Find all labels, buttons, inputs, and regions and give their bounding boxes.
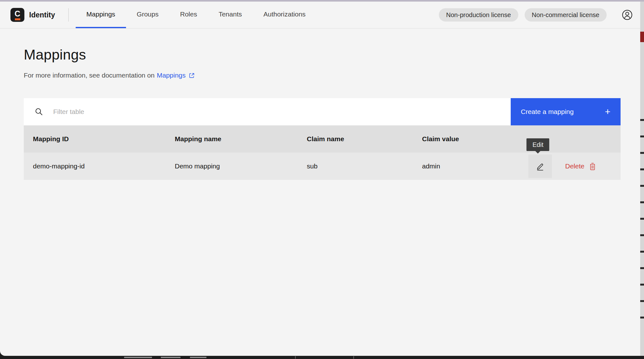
column-header-mapping-name: Mapping name	[166, 135, 298, 143]
background-bottom-mark	[124, 357, 152, 358]
background-bottom-mark	[161, 357, 180, 358]
mappings-table: Mapping ID Mapping name Claim name Claim…	[24, 125, 621, 180]
user-avatar-button[interactable]	[621, 9, 633, 21]
product-name: Identity	[29, 11, 55, 19]
column-header-claim-name: Claim name	[298, 135, 413, 143]
create-mapping-button-label: Create a mapping	[521, 108, 574, 116]
tab-mappings[interactable]: Mappings	[76, 2, 126, 28]
tab-authorizations[interactable]: Authorizations	[253, 2, 316, 28]
main-nav: Mappings Groups Roles Tenants Authorizat…	[76, 2, 316, 28]
delete-mapping-button[interactable]: Delete	[565, 162, 596, 170]
table-toolbar: Create a mapping +	[24, 98, 621, 125]
trash-icon	[589, 162, 596, 170]
column-header-mapping-id: Mapping ID	[24, 135, 166, 143]
license-badge-non-commercial: Non-commercial license	[525, 8, 607, 22]
background-bottom-sliver	[0, 356, 644, 359]
user-avatar-icon	[621, 9, 633, 21]
page-content: Mappings For more information, see docum…	[0, 47, 640, 180]
background-right-dashes	[640, 104, 644, 331]
background-bottom-mark	[295, 356, 296, 359]
tab-label: Mappings	[86, 10, 115, 18]
brand: C Identity	[0, 2, 55, 28]
filter-table-input[interactable]	[53, 98, 511, 125]
app-window: C Identity Mappings Groups Roles Tenants	[0, 2, 640, 356]
tab-label: Tenants	[218, 10, 242, 18]
documentation-link-label: Mappings	[157, 72, 186, 79]
page-title: Mappings	[24, 47, 640, 63]
background-right-sliver	[640, 2, 644, 356]
tab-label: Authorizations	[263, 10, 306, 18]
cell-mapping-id: demo-mapping-id	[24, 162, 166, 170]
edit-tooltip-label: Edit	[533, 141, 543, 148]
table-row: demo-mapping-id Demo mapping sub admin	[24, 153, 621, 180]
cell-mapping-name: Demo mapping	[166, 162, 298, 170]
camunda-logo-icon: C	[10, 8, 24, 22]
logo-orange-bar	[15, 18, 20, 20]
create-mapping-button[interactable]: Create a mapping +	[511, 98, 621, 125]
tab-groups[interactable]: Groups	[126, 2, 169, 28]
cell-claim-name: sub	[298, 162, 413, 170]
page-description-text: For more information, see documentation …	[24, 72, 155, 79]
edit-pencil-icon	[535, 161, 545, 171]
logo-letter: C	[15, 10, 20, 18]
background-right-red-segment	[640, 32, 644, 42]
background-top-sliver	[0, 0, 644, 2]
license-badge-non-production: Non-production license	[439, 8, 518, 22]
screen: C Identity Mappings Groups Roles Tenants	[0, 0, 644, 359]
page-description: For more information, see documentation …	[24, 72, 640, 79]
documentation-link[interactable]: Mappings	[157, 72, 195, 79]
filter-search-bar	[24, 98, 511, 125]
background-bottom-mark	[353, 356, 354, 359]
header-divider	[68, 8, 69, 22]
search-icon	[34, 107, 44, 117]
delete-button-label: Delete	[565, 162, 584, 170]
tab-label: Roles	[180, 10, 197, 18]
header-right: Non-production license Non-commercial li…	[439, 2, 640, 28]
tab-label: Groups	[137, 10, 159, 18]
app-header: C Identity Mappings Groups Roles Tenants	[0, 2, 640, 28]
background-bottom-mark	[190, 357, 206, 358]
tab-roles[interactable]: Roles	[169, 2, 208, 28]
edit-mapping-button[interactable]	[528, 154, 552, 178]
tab-tenants[interactable]: Tenants	[208, 2, 253, 28]
plus-icon: +	[605, 107, 610, 117]
edit-tooltip: Edit	[527, 138, 549, 151]
column-header-claim-value: Claim value	[413, 135, 527, 143]
launch-icon	[188, 72, 195, 79]
cell-claim-value: admin	[413, 162, 527, 170]
